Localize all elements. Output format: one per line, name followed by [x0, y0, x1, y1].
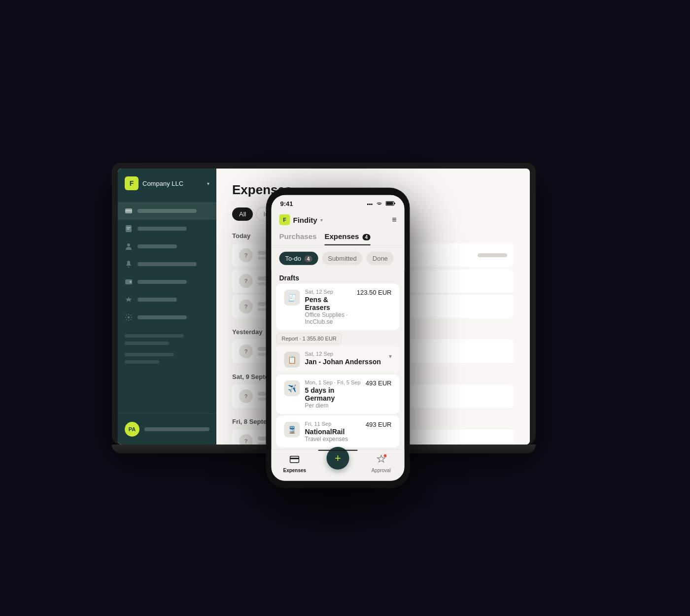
sidebar-item-label	[138, 315, 187, 319]
expenses-badge: 4	[363, 234, 371, 240]
sidebar-header[interactable]: F Company LLC ▾	[118, 169, 216, 198]
phone-chevron-icon: ▾	[320, 217, 323, 222]
expense-icon: ?	[239, 300, 253, 313]
phone-time: 9:41	[280, 200, 293, 207]
expense-date-3: Mon, 1 Sep · Fri, 5 Sep	[305, 379, 361, 385]
phone-sub-tab-todo[interactable]: To-do 4	[279, 252, 318, 265]
phone-nav-indicator	[318, 450, 358, 451]
signal-icon: ▪▪▪	[367, 201, 373, 206]
chevron-down-icon: ▾	[207, 181, 209, 186]
sidebar-item-label	[138, 209, 197, 213]
phone-section-label-drafts: Drafts	[272, 270, 405, 284]
user-name-bar	[144, 427, 209, 431]
phone-nav-expenses[interactable]: Expenses	[280, 455, 310, 473]
expense-icon: ?	[239, 389, 253, 403]
expense-date-2: Sat, 12 Sep	[305, 351, 384, 357]
phone-logo-icon: F	[279, 214, 290, 225]
sidebar-item-label	[138, 298, 177, 302]
scene: F Company LLC ▾	[49, 62, 641, 554]
gear-icon	[125, 313, 133, 321]
expense-icon: ?	[239, 248, 253, 262]
sidebar-item-person[interactable]	[118, 238, 216, 255]
sidebar-company-name: Company LLC	[142, 180, 203, 187]
svg-rect-1	[125, 210, 132, 211]
sidebar-item-label	[138, 280, 187, 284]
phone-tab-purchases[interactable]: Purchases	[279, 232, 317, 244]
phone-status-icons: ▪▪▪	[367, 201, 396, 206]
approval-nav-icon	[376, 455, 386, 466]
phone-menu-icon[interactable]: ≡	[392, 215, 396, 224]
sidebar-item-gear[interactable]	[118, 308, 216, 326]
document-icon	[125, 225, 133, 233]
svg-rect-14	[290, 458, 299, 459]
filter-tab-all[interactable]: All	[232, 207, 253, 221]
phone-expense-item-1[interactable]: 🧾 Sat, 12 Sep Pens & Erasers Office Supp…	[276, 284, 400, 330]
phone-sub-tab-done[interactable]: Done	[367, 252, 394, 265]
sidebar-item-label	[138, 262, 197, 266]
approval-notification-dot	[383, 454, 387, 458]
phone-expense-item-4[interactable]: 🚆 Fri, 11 Sep NationalRail Travel expens…	[276, 416, 400, 447]
expense-name-2: Jan - Johan Andersson	[305, 358, 384, 366]
expense-info-3: Mon, 1 Sep · Fri, 5 Sep 5 days in German…	[305, 379, 361, 409]
card-icon	[125, 207, 133, 215]
battery-icon	[386, 201, 396, 206]
expense-icon: ?	[239, 344, 253, 358]
phone-screen: 9:41 ▪▪▪	[272, 195, 405, 481]
expense-icon-1: 🧾	[284, 290, 300, 306]
svg-rect-3	[127, 227, 131, 228]
phone-app-name[interactable]: F Findity ▾	[279, 214, 323, 225]
svg-point-9	[128, 316, 130, 318]
svg-rect-4	[127, 229, 130, 230]
expense-icon-4: 🚆	[284, 422, 300, 438]
expense-amount-1: 123.50 EUR	[357, 289, 392, 296]
expenses-nav-label: Expenses	[283, 468, 306, 473]
expense-sub-3: Per diem	[305, 402, 361, 409]
sidebar-item-card2[interactable]	[118, 273, 216, 291]
expense-amount-3: 493 EUR	[366, 379, 392, 387]
expense-icon: ?	[239, 434, 253, 445]
sidebar-item-label	[138, 227, 187, 231]
phone-outer: 9:41 ▪▪▪	[267, 188, 410, 488]
svg-point-8	[130, 281, 132, 283]
phone-expense-item-3[interactable]: ✈️ Mon, 1 Sep · Fri, 5 Sep 5 days in Ger…	[276, 375, 400, 414]
svg-rect-11	[394, 203, 395, 204]
bell-icon	[125, 260, 133, 268]
expense-info-2: Sat, 12 Sep Jan - Johan Andersson	[305, 351, 384, 366]
svg-rect-13	[290, 456, 299, 463]
expense-amount-4: 493 EUR	[366, 421, 392, 428]
expense-info-1: Sat, 12 Sep Pens & Erasers Office Suppli…	[305, 289, 352, 325]
phone-report-tag: Report · 1 355.80 EUR	[276, 333, 342, 344]
phone-status-bar: 9:41 ▪▪▪	[272, 195, 405, 210]
svg-point-6	[128, 267, 129, 268]
sidebar-item-star[interactable]	[118, 291, 216, 308]
expenses-nav-icon	[290, 455, 300, 466]
phone-nav-approval[interactable]: Approval	[366, 455, 396, 473]
phone-header: F Findity ▾ ≡	[272, 210, 405, 230]
person-icon	[125, 242, 133, 250]
phone-tab-expenses[interactable]: Expenses 4	[324, 232, 370, 245]
svg-rect-12	[386, 202, 393, 205]
svg-point-5	[127, 243, 130, 246]
expense-icon-2: 📋	[284, 352, 300, 368]
phone-sub-tab-submitted[interactable]: Submitted	[322, 252, 363, 265]
sidebar-item-bell[interactable]	[118, 255, 216, 273]
phone-expense-item-2[interactable]: 📋 Sat, 12 Sep Jan - Johan Andersson ▾	[276, 346, 400, 373]
phone: 9:41 ▪▪▪	[267, 188, 410, 488]
sidebar-logo: F	[125, 176, 138, 190]
expense-sub-4: Travel expenses	[305, 436, 361, 443]
sidebar-item-label	[138, 244, 177, 248]
sidebar-user[interactable]: PA	[125, 422, 209, 437]
sidebar-item-document[interactable]	[118, 220, 216, 238]
phone-tabs-row: Purchases Expenses 4	[272, 230, 405, 246]
sidebar-nav	[118, 198, 216, 413]
expense-icon-3: ✈️	[284, 380, 300, 396]
phone-bottom-nav: Expenses + Approval	[272, 449, 405, 480]
phone-sub-tabs: To-do 4 Submitted Done	[272, 246, 405, 270]
wallet-icon	[125, 278, 133, 286]
expense-chevron-icon: ▾	[389, 353, 392, 360]
star-icon	[125, 296, 133, 304]
phone-app-title: Findity	[293, 215, 317, 224]
expense-name-4: NationalRail	[305, 428, 361, 436]
sidebar-item-card[interactable]	[118, 202, 216, 220]
sidebar: F Company LLC ▾	[118, 169, 216, 445]
